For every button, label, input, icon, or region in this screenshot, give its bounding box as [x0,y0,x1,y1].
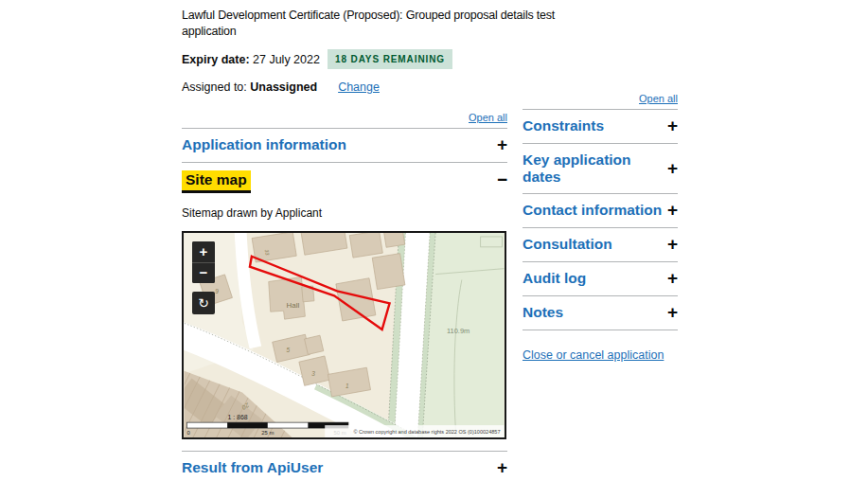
days-remaining-badge: 18 DAYS REMAINING [328,49,452,69]
page-title-line1: Lawful Development Certificate (Proposed… [182,8,507,24]
accordion-title: Consultation [523,236,612,253]
plus-icon: + [667,204,678,217]
accordion-section-site-map: Site map − Sitemap drawn by Applicant [182,162,507,451]
accordion-section-contact-information: Contact information + [523,193,678,227]
assigned-value: Unassigned [250,80,317,94]
accordion-title: Constraints [523,117,604,134]
accordion-title: Notes [523,304,563,321]
accordion-title: Application information [182,136,346,153]
left-open-all-link[interactable]: Open all [469,112,507,123]
map-label-plot1: 1 [345,383,349,389]
accordion-section-application-information: Application information + [182,128,507,162]
minus-icon: − [497,173,507,187]
right-open-all-link[interactable]: Open all [639,93,678,104]
plus-icon: + [497,461,507,474]
accordion-toggle-key-application-dates[interactable]: Key application dates + [523,144,678,194]
plus-icon: + [667,238,678,251]
close-application-row: Close or cancel application [523,346,678,363]
close-or-cancel-link[interactable]: Close or cancel application [523,348,664,362]
map-label-plot5: 5 [287,346,291,352]
accordion-section-result-from-apiuser: Result from ApiUser + [182,451,507,481]
map-label-hall: Hall [287,301,300,310]
change-assignee-link[interactable]: Change [338,80,380,94]
accordion-title: Contact information [523,202,662,219]
plus-icon: + [497,138,507,151]
accordion-toggle-consultation[interactable]: Consultation + [523,228,678,261]
sitemap-caption: Sitemap drawn by Applicant [182,206,507,220]
plus-icon: + [667,119,678,133]
accordion-toggle-audit-log[interactable]: Audit log + [523,262,678,295]
rotate-icon: ↻ [198,295,209,311]
left-accordion: Application information + Site map − Sit… [182,128,507,481]
zoom-in-button[interactable]: + [192,241,215,262]
expiry-date: 27 July 2022 [250,53,320,66]
map-label-plot33: 33 [264,249,271,256]
right-open-all-row: Open all [523,89,678,106]
main-column: Lawful Development Certificate (Proposed… [182,8,507,481]
left-open-all-row: Open all [182,108,507,125]
assigned-label: Assigned to: [182,80,250,94]
accordion-section-consultation: Consultation + [523,227,678,261]
map-canvas[interactable]: Hall 110.9m 9 5 3 1 20 33 [182,231,506,439]
accordion-title: Audit log [523,270,586,287]
plus-icon: + [667,306,678,319]
expiry-label: Expiry date: [182,53,250,66]
accordion-title: Key application dates [523,151,667,186]
scale-tick-25: 25 m [261,430,274,436]
accordion-section-key-application-dates: Key application dates + [523,143,678,194]
map-attribution: © Crown copyright and database rights 20… [353,429,500,435]
accordion-title: Result from ApiUser [182,459,323,476]
rotate-reset-button[interactable]: ↻ [192,292,215,314]
accordion-toggle-notes[interactable]: Notes + [523,296,678,330]
page-title-line2: application [182,24,507,40]
map-zoom-controls: + − [192,241,215,283]
plus-icon: + [667,162,678,175]
accordion-toggle-site-map[interactable]: Site map − [182,163,507,199]
expiry-row: Expiry date: 27 July 202218 DAYS REMAINI… [182,49,507,69]
map-label-plot9: 9 [215,288,219,294]
side-column: Open all Constraints + Key application d… [523,89,678,363]
page-title: Lawful Development Certificate (Proposed… [182,8,507,39]
accordion-title-focused: Site map [182,170,251,190]
scale-ratio: 1 : 868 [227,414,247,420]
application-page: Lawful Development Certificate (Proposed… [0,0,868,481]
accordion-section-notes: Notes + [523,295,678,330]
right-accordion: Constraints + Key application dates + Co… [523,109,678,330]
accordion-toggle-application-information[interactable]: Application information + [182,129,507,162]
accordion-toggle-constraints[interactable]: Constraints + [523,110,678,143]
map-label-height: 110.9m [447,327,469,335]
map-drawing: Hall 110.9m 9 5 3 1 20 33 [184,233,505,437]
plus-icon: + [667,272,678,285]
accordion-toggle-contact-information[interactable]: Contact information + [523,194,678,227]
assigned-row: Assigned to: UnassignedChange [182,80,507,95]
accordion-toggle-result-from-apiuser[interactable]: Result from ApiUser + [182,452,507,481]
accordion-section-audit-log: Audit log + [523,261,678,295]
zoom-out-button[interactable]: − [192,262,215,283]
map-label-plot3: 3 [311,369,315,376]
site-map-panel: Sitemap drawn by Applicant [182,199,507,451]
accordion-section-constraints: Constraints + [523,109,678,143]
